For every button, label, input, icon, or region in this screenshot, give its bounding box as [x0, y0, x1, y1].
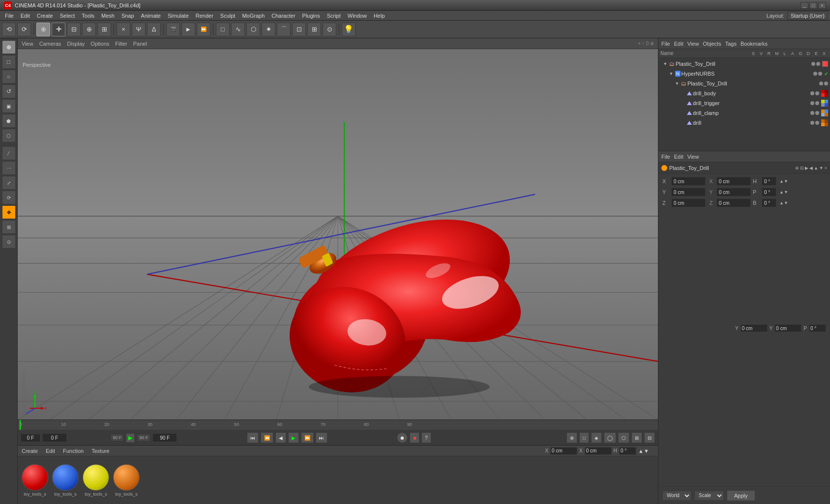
- stop-button[interactable]: ■: [410, 432, 419, 443]
- obj-plastic-drill-root[interactable]: ▼ 🗂 Plastic_Toy_Drill: [658, 59, 830, 69]
- undo-button[interactable]: ⟲: [2, 23, 16, 36]
- render-all-button[interactable]: ⏩: [197, 23, 210, 36]
- coord-z-scale[interactable]: [716, 198, 751, 207]
- menu-mograph[interactable]: MoGraph: [239, 12, 267, 20]
- go-to-end-button[interactable]: ⏭: [316, 432, 327, 443]
- render-region-button[interactable]: 🎬: [166, 23, 180, 36]
- field-button[interactable]: ⊡: [292, 23, 306, 36]
- mat-tab-create[interactable]: Create: [22, 448, 38, 454]
- coord-h-rotation[interactable]: [762, 177, 776, 186]
- end-frame-input[interactable]: [152, 433, 177, 442]
- coord-x-arrows[interactable]: ▲▼: [779, 179, 788, 184]
- record-button[interactable]: ⏺: [397, 432, 408, 443]
- tool-loop[interactable]: ⬡: [2, 129, 16, 142]
- close-button[interactable]: ×: [818, 2, 826, 9]
- coord-h-val[interactable]: [619, 447, 636, 455]
- next-frame-button[interactable]: ⏩: [301, 432, 314, 443]
- coord-y-position[interactable]: [671, 188, 706, 196]
- cube-button[interactable]: □: [216, 23, 230, 36]
- keyframe-opts1[interactable]: □: [579, 432, 589, 443]
- obj-expand-root[interactable]: ▼: [662, 61, 668, 67]
- menu-file[interactable]: File: [2, 12, 17, 20]
- tool-knife[interactable]: ∕: [2, 146, 16, 160]
- go-to-start-button[interactable]: ⏮: [247, 432, 259, 443]
- vp-tab-display[interactable]: Display: [67, 41, 85, 47]
- tool-magnet[interactable]: ⊙: [2, 235, 16, 249]
- menu-render[interactable]: Render: [193, 12, 216, 20]
- menu-animate[interactable]: Animate: [138, 12, 164, 20]
- generator-button[interactable]: ✷: [262, 23, 275, 36]
- tool-spin[interactable]: ⟳: [2, 191, 16, 204]
- coord-y-arrows[interactable]: ▲▼: [779, 190, 788, 195]
- vp-tab-view[interactable]: View: [22, 41, 33, 47]
- om-tab-bookmarks[interactable]: Bookmarks: [741, 41, 768, 47]
- obj-expand-nurbs[interactable]: ▼: [668, 71, 674, 77]
- scale-tool-button[interactable]: ⊕: [82, 23, 96, 36]
- material-red[interactable]: toy_tools_s: [22, 464, 48, 497]
- tool-bevel[interactable]: ⬟: [2, 114, 16, 128]
- tool-bridge[interactable]: ⋯: [2, 161, 16, 175]
- apply-button[interactable]: Apply: [727, 490, 755, 501]
- coord-y-scale[interactable]: [716, 188, 751, 196]
- menu-plugins[interactable]: Plugins: [299, 12, 323, 20]
- prev-frame-button[interactable]: ⏪: [261, 432, 273, 443]
- play-button[interactable]: ▶: [288, 432, 299, 443]
- window-controls[interactable]: _ □ ×: [800, 2, 826, 9]
- obj-drill-trigger[interactable]: drill_trigger: [658, 98, 830, 108]
- coord-x-pos[interactable]: [550, 447, 577, 455]
- keyframe-add[interactable]: ⊕: [566, 432, 577, 443]
- tool-select[interactable]: ⊕: [2, 40, 16, 54]
- viewport[interactable]: View Cameras Display Options Filter Pane…: [18, 38, 658, 420]
- keyframe-opts2[interactable]: ◈: [591, 432, 602, 443]
- keyframe-opts5[interactable]: ⊞: [631, 432, 642, 443]
- tool-slide[interactable]: ⤢: [2, 176, 16, 190]
- tool-rotate[interactable]: ↺: [2, 84, 16, 98]
- vp-extra-controls[interactable]: + ↑ 0 ⊕: [638, 41, 654, 46]
- menu-snap[interactable]: Snap: [119, 12, 137, 20]
- attr-tab-edit[interactable]: Edit: [674, 154, 683, 160]
- menu-window[interactable]: Window: [345, 12, 370, 20]
- coord-x-scale[interactable]: [716, 177, 751, 186]
- coord-p-rotation[interactable]: [762, 188, 776, 196]
- tool-paint[interactable]: ⊞: [2, 220, 16, 234]
- question-button[interactable]: ?: [421, 432, 431, 443]
- menu-tools[interactable]: Tools: [79, 12, 97, 20]
- vp-tab-panel[interactable]: Panel: [133, 41, 147, 47]
- timeline-options[interactable]: ⊟: [644, 432, 655, 443]
- coord-b-rotation[interactable]: [762, 198, 776, 207]
- coord-z-arrows[interactable]: ▲▼: [779, 200, 788, 205]
- current-frame-display[interactable]: 0 F: [21, 434, 40, 442]
- menu-select[interactable]: Select: [57, 12, 78, 20]
- attr-tab-view[interactable]: View: [687, 154, 699, 160]
- attr-tab-file[interactable]: File: [661, 154, 670, 160]
- fps-set-button[interactable]: ▶: [126, 433, 135, 443]
- material-yellow[interactable]: toy_tools_s: [83, 464, 109, 497]
- coord-z-position[interactable]: [671, 198, 706, 207]
- keyframe-opts4[interactable]: ⬡: [618, 432, 629, 443]
- coord-h-arrow[interactable]: ▲▼: [638, 448, 650, 454]
- object-mode-button[interactable]: ×: [117, 23, 130, 36]
- coord-transform-dropdown[interactable]: Scale Rotate Move: [694, 491, 724, 501]
- material-orange[interactable]: toy_tools_s: [113, 464, 140, 497]
- maximize-button[interactable]: □: [809, 2, 817, 9]
- nurbs-button[interactable]: ∿: [231, 23, 245, 36]
- menu-create[interactable]: Create: [34, 12, 56, 20]
- obj-expand-sub[interactable]: ▼: [674, 81, 680, 86]
- select-mode-button[interactable]: ⊕: [36, 23, 50, 36]
- vp-tab-options[interactable]: Options: [90, 41, 109, 47]
- vp-tab-cameras[interactable]: Cameras: [39, 41, 61, 47]
- tool-move[interactable]: □: [2, 55, 16, 69]
- om-tab-edit[interactable]: Edit: [674, 41, 683, 47]
- om-tab-objects[interactable]: Objects: [703, 41, 721, 47]
- visibility-button[interactable]: 💡: [342, 23, 356, 36]
- tool-scale[interactable]: ○: [2, 70, 16, 84]
- frame-input[interactable]: [42, 433, 67, 442]
- local-axis-button[interactable]: Δ: [147, 23, 161, 36]
- mat-tab-texture[interactable]: Texture: [91, 448, 109, 454]
- obj-hypernurbs[interactable]: ▼ N HyperNURBS ✓: [658, 69, 830, 79]
- obj-drill-body[interactable]: drill_body: [658, 88, 830, 98]
- om-tab-tags[interactable]: Tags: [725, 41, 737, 47]
- play-back-button[interactable]: ◀: [275, 432, 286, 443]
- camera-button[interactable]: ⊞: [307, 23, 321, 36]
- coord-x-position[interactable]: [671, 177, 706, 186]
